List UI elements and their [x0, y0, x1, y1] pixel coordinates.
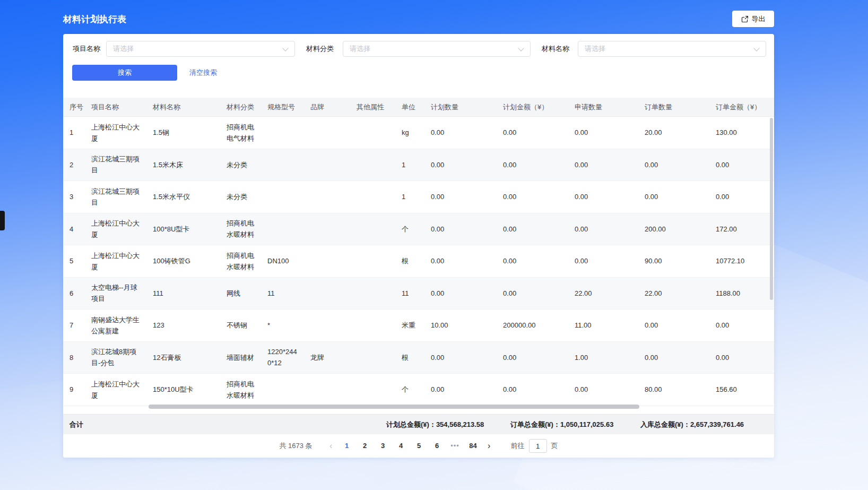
table-cell: 滨江花城三期项目 — [85, 149, 146, 181]
table-row: 1上海松江中心大厦1.5钢招商机电电气材料kg0.000.000.0020.00… — [63, 117, 774, 149]
table-cell: 0.00 — [497, 117, 568, 149]
table-cell: 0.00 — [638, 310, 709, 341]
table-cell — [304, 245, 350, 277]
material-category-select[interactable]: 请选择 — [343, 41, 531, 57]
pagination-page[interactable]: 1 — [339, 439, 355, 453]
table-cell: 0.00 — [424, 117, 497, 149]
table-cell — [304, 278, 350, 310]
table-cell: 2 — [63, 149, 85, 181]
filter-label-category: 材料分类 — [306, 41, 334, 57]
pagination: 共 1673 条 ‹ 123456•••84 › 前往 页 — [63, 434, 774, 458]
table-cell: 4 — [63, 213, 85, 245]
select-placeholder: 请选择 — [350, 44, 370, 54]
table-cell: 1.5米木床 — [146, 149, 220, 181]
drawer-toggle[interactable] — [0, 211, 5, 230]
goto-page-input[interactable] — [529, 439, 547, 453]
table-row: 6太空电梯--月球项目111网线11110.000.0022.0022.0011… — [63, 278, 774, 310]
select-placeholder: 请选择 — [585, 44, 605, 54]
table-cell: 招商机电水暖材料 — [220, 245, 261, 277]
table-cell: 墙面辅材 — [220, 342, 261, 374]
column-header: 其他属性 — [350, 98, 395, 116]
table-cell: 未分类 — [220, 149, 261, 181]
table-cell: 上海松江中心大厦 — [85, 245, 146, 277]
table-cell: 1.5钢 — [146, 117, 220, 149]
column-header: 申请数量 — [568, 98, 638, 116]
search-button[interactable]: 搜索 — [72, 65, 177, 81]
table-cell: 12石膏板 — [146, 342, 220, 374]
table-cell — [304, 117, 350, 149]
table-cell: 滨江花城8期项目-分包 — [85, 342, 146, 374]
goto-label: 前往 — [511, 441, 525, 451]
project-name-select[interactable]: 请选择 — [106, 41, 295, 57]
table-cell: 1.5米水平仪 — [146, 181, 220, 213]
table-cell: 0.00 — [497, 181, 568, 213]
table-cell: 0.00 — [497, 245, 568, 277]
export-button[interactable]: 导出 — [732, 11, 774, 27]
table-cell: 0.00 — [424, 213, 497, 245]
table-cell: 10772.10 — [709, 245, 774, 277]
summary-item-label: 订单总金额(¥)： — [510, 420, 560, 428]
table-cell: 0.00 — [497, 374, 568, 406]
table-cell: 0.00 — [568, 245, 638, 277]
pagination-page[interactable]: 3 — [375, 439, 391, 453]
table-cell: 100铸铁管G — [146, 245, 220, 277]
table-cell: 1188.00 — [709, 278, 774, 310]
table-cell: 11.00 — [568, 310, 638, 341]
table-cell: 0.00 — [568, 213, 638, 245]
table-cell: 0.00 — [424, 245, 497, 277]
table-cell: 172.00 — [709, 213, 774, 245]
table-cell: 123 — [146, 310, 220, 341]
vertical-scrollbar[interactable] — [770, 118, 773, 300]
column-header: 单位 — [395, 98, 424, 116]
pagination-ellipsis[interactable]: ••• — [447, 439, 463, 453]
column-header: 项目名称 — [85, 98, 146, 116]
pagination-prev-button[interactable]: ‹ — [324, 441, 338, 451]
column-header: 计划数量 — [424, 98, 497, 116]
table-cell: 0.00 — [568, 117, 638, 149]
table-cell: 6 — [63, 278, 85, 310]
pagination-page[interactable]: 5 — [411, 439, 427, 453]
summary-item-value: 354,568,213.58 — [436, 420, 484, 428]
table-cell: 200000.00 — [497, 310, 568, 341]
pagination-total-count: 共 1673 条 — [279, 441, 312, 451]
table-cell: 0.00 — [497, 149, 568, 181]
page-title: 材料计划执行表 — [63, 13, 126, 25]
pagination-page[interactable]: 2 — [357, 439, 373, 453]
table-cell: 未分类 — [220, 181, 261, 213]
filter-section: 项目名称 请选择 材料分类 请选择 材料名称 请选择 搜索 清空搜索 — [63, 34, 774, 98]
column-header: 规格型号 — [261, 98, 304, 116]
goto-unit-label: 页 — [551, 441, 558, 451]
table-cell — [304, 213, 350, 245]
table-row: 8滨江花城8期项目-分包12石膏板墙面辅材1220*2440*12龙牌根0.00… — [63, 342, 774, 374]
table-cell — [304, 374, 350, 406]
order-total-amount: 订单总金额(¥)：1,050,117,025.63 — [510, 415, 613, 435]
table-cell: 200.00 — [638, 213, 709, 245]
material-name-select[interactable]: 请选择 — [578, 41, 766, 57]
table-cell — [261, 149, 304, 181]
table-cell: kg — [395, 117, 424, 149]
table-cell: 80.00 — [638, 374, 709, 406]
table-cell: 9 — [63, 374, 85, 406]
table-cell — [350, 342, 395, 374]
table-cell: 0.00 — [568, 181, 638, 213]
table-cell: 0.00 — [424, 149, 497, 181]
table-cell: 5 — [63, 245, 85, 277]
table-row: 2滨江花城三期项目1.5米木床未分类10.000.000.000.000.00 — [63, 149, 774, 182]
clear-search-link[interactable]: 清空搜索 — [189, 65, 217, 81]
horizontal-scrollbar[interactable] — [149, 405, 639, 409]
pagination-page[interactable]: 84 — [465, 439, 481, 453]
pagination-page[interactable]: 6 — [429, 439, 445, 453]
table-cell: 滨江花城三期项目 — [85, 181, 146, 213]
inbound-total-amount: 入库总金额(¥)：2,657,339,761.46 — [640, 415, 744, 435]
table-cell: * — [261, 310, 304, 341]
table-cell: 米重 — [395, 310, 424, 341]
table-cell: 11 — [261, 278, 304, 310]
table-cell: 22.00 — [638, 278, 709, 310]
pagination-page[interactable]: 4 — [393, 439, 409, 453]
table-cell: 130.00 — [709, 117, 774, 149]
pagination-next-button[interactable]: › — [482, 441, 496, 451]
table-cell: 个 — [395, 213, 424, 245]
planned-total-amount: 计划总金额(¥)：354,568,213.58 — [386, 415, 484, 435]
table-cell: 0.00 — [709, 342, 774, 374]
column-header: 材料名称 — [146, 98, 220, 116]
